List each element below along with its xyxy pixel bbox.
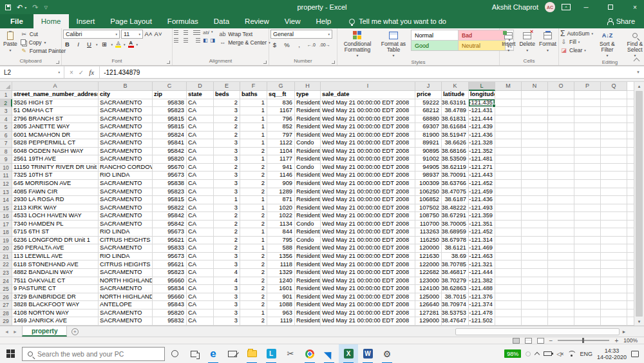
- column-header-Q[interactable]: Q: [601, 82, 627, 91]
- cell-F25[interactable]: 2: [240, 285, 267, 293]
- cell-J19[interactable]: 116250: [415, 237, 442, 245]
- cell-F8[interactable]: 2: [240, 148, 267, 156]
- cell-H14[interactable]: Residentia: [295, 196, 321, 204]
- decrease-indent-icon[interactable]: ◧: [203, 37, 208, 43]
- cell-P23[interactable]: [574, 269, 601, 277]
- cell-C24[interactable]: 95660: [153, 277, 187, 286]
- cell-D23[interactable]: CA: [187, 269, 214, 277]
- bold-button[interactable]: B: [63, 40, 71, 48]
- cell-B21[interactable]: RIO LINDA: [99, 253, 153, 261]
- cortana-button[interactable]: [165, 344, 184, 363]
- cell-F28[interactable]: 1: [240, 309, 267, 318]
- cell-H12[interactable]: Residentia: [295, 180, 321, 188]
- cell-M25[interactable]: [495, 285, 522, 293]
- cell-A12[interactable]: 645 MORRISON AVE: [12, 180, 99, 188]
- cell-J8[interactable]: 90895: [415, 148, 442, 156]
- cell-C22[interactable]: 95621: [153, 260, 187, 269]
- cell-A28[interactable]: 4108 NORTON WAY: [12, 309, 99, 318]
- cell-A8[interactable]: 6048 OGDEN NASH WAY: [12, 148, 99, 156]
- cell-E11[interactable]: 3: [214, 172, 240, 180]
- name-box[interactable]: L2▾: [0, 66, 64, 78]
- row-header-5[interactable]: 5: [0, 123, 12, 132]
- cell-E8[interactable]: 3: [214, 148, 240, 156]
- format-painter-button[interactable]: ✎Format Painter: [21, 46, 66, 55]
- cell-B26[interactable]: NORTH HIGHLANDS: [99, 293, 153, 302]
- cell-M28[interactable]: [495, 309, 522, 318]
- cell-A22[interactable]: 6118 STONEHAND AVE: [12, 260, 99, 269]
- cell-H17[interactable]: Condo: [295, 221, 321, 229]
- cell-I1[interactable]: sale_date: [321, 91, 415, 99]
- row-header-18[interactable]: 18: [0, 228, 12, 237]
- cell-O24[interactable]: [548, 277, 574, 286]
- cell-F16[interactable]: 2: [240, 212, 267, 221]
- column-header-M[interactable]: M: [495, 82, 522, 91]
- row-header-28[interactable]: 28: [0, 309, 12, 318]
- cell-I25[interactable]: Wed May 21 00:00:00 EDT 2008: [321, 285, 415, 293]
- cell-D4[interactable]: CA: [187, 115, 214, 124]
- cell-B16[interactable]: SACRAMENTO: [99, 212, 153, 221]
- cell-M1[interactable]: [495, 91, 522, 99]
- column-header-J[interactable]: J: [415, 82, 442, 91]
- column-header-O[interactable]: O: [548, 82, 574, 91]
- cell-A2[interactable]: 3526 HIGH ST: [12, 99, 99, 108]
- cell-N25[interactable]: [522, 285, 548, 293]
- cell-G3[interactable]: 1167: [267, 107, 295, 115]
- cell-H29[interactable]: Residentia: [295, 317, 321, 326]
- align-center-icon[interactable]: [184, 37, 191, 43]
- cell-C6[interactable]: 95824: [153, 132, 187, 140]
- cell-G28[interactable]: 963: [267, 309, 295, 318]
- insert-function-icon[interactable]: fx: [89, 68, 94, 76]
- cell-F4[interactable]: 1: [240, 115, 267, 124]
- cell-P6[interactable]: [574, 132, 601, 140]
- cell-I18[interactable]: Wed May 21 00:00:00 EDT 2008: [321, 228, 415, 237]
- tab-insert[interactable]: Insert: [69, 14, 103, 28]
- cell-D8[interactable]: CA: [187, 148, 214, 156]
- cell-A27[interactable]: 3828 BLACKFOOT WAY: [12, 301, 99, 309]
- cell-A3[interactable]: 51 OMAHA CT: [12, 107, 99, 115]
- cell-J5[interactable]: 69307: [415, 123, 442, 132]
- font-name-combo[interactable]: Calibri▾: [63, 30, 120, 39]
- cell-E9[interactable]: 3: [214, 155, 240, 164]
- cell-G17[interactable]: 1134: [267, 221, 295, 229]
- cell-C2[interactable]: 95838: [153, 99, 187, 108]
- cell-I3[interactable]: Wed May 21 00:00:00 EDT 2008: [321, 107, 415, 115]
- cell-N20[interactable]: [522, 244, 548, 253]
- minimize-button[interactable]: ─: [577, 0, 595, 14]
- cell-style-normal[interactable]: Normal: [412, 30, 458, 40]
- cell-G22[interactable]: 1118: [267, 260, 295, 269]
- cell-N13[interactable]: [522, 188, 548, 197]
- cell-B29[interactable]: SACRAMENTO: [99, 317, 153, 326]
- ribbon-display-options-icon[interactable]: ˄: [562, 4, 571, 10]
- cell-K1[interactable]: latitude: [442, 91, 469, 99]
- row-header-20[interactable]: 20: [0, 244, 12, 253]
- cell-M9[interactable]: [495, 155, 522, 164]
- cell-L23[interactable]: -121.444: [469, 269, 495, 277]
- page-break-view-button[interactable]: [537, 338, 544, 344]
- cell-P9[interactable]: [574, 155, 601, 164]
- cell-J23[interactable]: 122682: [415, 269, 442, 277]
- cell-N28[interactable]: [522, 309, 548, 318]
- cell-B22[interactable]: CITRUS HEIGHTS: [99, 260, 153, 269]
- increase-decimal-button[interactable]: ←.0: [307, 41, 316, 49]
- format-as-table-button[interactable]: Format as Table▼: [377, 30, 410, 59]
- cell-I7[interactable]: Wed May 21 00:00:00 EDT 2008: [321, 139, 415, 148]
- cell-C12[interactable]: 95838: [153, 180, 187, 188]
- tab-help[interactable]: Help: [308, 14, 339, 28]
- cell-H13[interactable]: Residentia: [295, 188, 321, 197]
- cell-O28[interactable]: [548, 309, 574, 318]
- cell-B13[interactable]: SACRAMENTO: [99, 188, 153, 197]
- cell-E24[interactable]: 4: [214, 277, 240, 286]
- cell-K29[interactable]: 38.47647: [442, 317, 469, 326]
- cell-Q23[interactable]: [601, 269, 627, 277]
- cell-F24[interactable]: 2: [240, 277, 267, 286]
- cell-H7[interactable]: Condo: [295, 139, 321, 148]
- cell-B4[interactable]: SACRAMENTO: [99, 115, 153, 124]
- cell-H5[interactable]: Residentia: [295, 123, 321, 132]
- cell-N15[interactable]: [522, 204, 548, 213]
- column-header-D[interactable]: D: [187, 82, 214, 91]
- italic-button[interactable]: I: [74, 40, 82, 48]
- cell-F11[interactable]: 2: [240, 172, 267, 180]
- task-view-button[interactable]: [184, 344, 204, 363]
- cell-M21[interactable]: [495, 253, 522, 261]
- cell-B12[interactable]: SACRAMENTO: [99, 180, 153, 188]
